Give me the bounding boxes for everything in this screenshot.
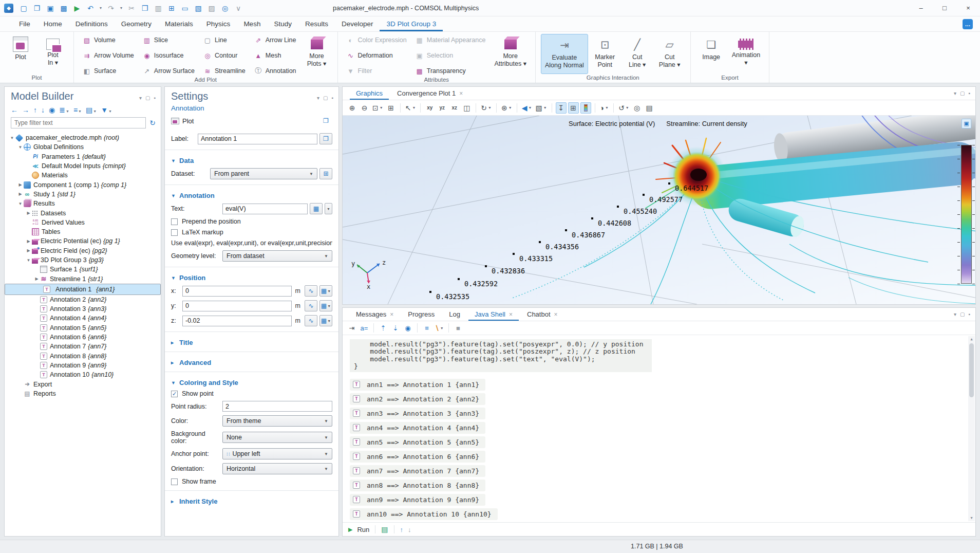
tab-study[interactable]: Study <box>267 16 298 31</box>
show-axis-icon[interactable]: ↧ <box>556 102 567 114</box>
history-down-icon[interactable]: ↓ <box>408 526 411 533</box>
tree-item-study-1[interactable]: ▶∞Study 1{std 1} <box>5 190 161 199</box>
pin-panel-icon[interactable]: ▪ <box>331 95 333 101</box>
float-panel-icon[interactable]: ▢ <box>145 95 150 101</box>
close-icon[interactable]: × <box>509 311 513 318</box>
redo-icon[interactable]: ↷ <box>105 2 117 14</box>
move-to-editor-icon[interactable]: ⇥ <box>347 323 357 334</box>
tree-item-annotation-6[interactable]: TAnnotation 6{ann6} <box>5 333 161 342</box>
z-menu-button[interactable]: ▦▼ <box>319 315 332 326</box>
expander-icon[interactable]: ▶ <box>25 248 32 253</box>
tree-item-annotation-9[interactable]: TAnnotation 9{ann9} <box>5 361 161 370</box>
expander-icon[interactable]: ▼ <box>17 201 24 206</box>
tree-item-tables[interactable]: Tables <box>5 227 161 236</box>
rotate-icon[interactable]: ↻▼ <box>480 102 493 114</box>
show-frame-checkbox[interactable] <box>171 478 178 485</box>
expression-menu-button[interactable]: ▼ <box>325 203 332 214</box>
app-icon[interactable]: ◆ <box>4 4 13 13</box>
tab-chatbot[interactable]: Chatbot× <box>521 308 564 321</box>
cut-line-button[interactable]: ╱Cut Line ▾ <box>622 34 653 74</box>
x-input[interactable] <box>182 286 292 297</box>
tree-item-annotation-7[interactable]: TAnnotation 7{ann7} <box>5 342 161 351</box>
expand-all-icon[interactable]: ≣▼ <box>59 106 69 114</box>
tree-item-derived-values[interactable]: 8.85 e-12Derived Values <box>5 218 161 227</box>
collapse-panel-icon[interactable]: ▾ <box>954 311 956 317</box>
graphics-viewport[interactable]: Surface: Electric potential (V) Streamli… <box>343 116 975 304</box>
tree-item-annotation-4[interactable]: TAnnotation 4{ann4} <box>5 314 161 323</box>
y-menu-button[interactable]: ▦▼ <box>319 300 332 311</box>
console-icon[interactable]: ▤ <box>381 525 388 533</box>
tree-item-annotation-1[interactable]: TAnnotation 1{ann1} <box>5 284 161 295</box>
rename-button[interactable]: ❐ <box>319 133 332 144</box>
tree-item-streamline-1[interactable]: ▶≋Streamline 1{str1} <box>5 274 161 283</box>
chevron-right-icon[interactable]: ▸ <box>171 499 175 504</box>
tab-convergence-plot-1[interactable]: Convergence Plot 1× <box>391 87 469 100</box>
create-dataset-button[interactable]: ⊞ <box>319 168 332 179</box>
view-xy-icon[interactable]: xy <box>424 102 435 114</box>
update-icon[interactable]: ↺▼ <box>617 102 630 114</box>
zoom-in-icon[interactable]: ⊕ <box>347 102 357 114</box>
chevron-down-icon[interactable]: ▼ <box>171 158 175 163</box>
arrow-line-button[interactable]: ⇗Arrow Line <box>251 35 300 45</box>
y-graph-button[interactable]: ∿ <box>305 300 317 311</box>
tab-3d-plot-group-3[interactable]: 3D Plot Group 3 <box>380 16 443 31</box>
next-command-icon[interactable]: ⇣ <box>390 323 401 334</box>
show-point-checkbox[interactable]: ✓ <box>171 391 178 397</box>
annotation-text-input[interactable] <box>222 204 308 214</box>
cut-plane-button[interactable]: ▱Cut Plane ▾ <box>654 34 685 74</box>
dataset-select[interactable]: From parent▼ <box>210 168 317 179</box>
search-icon[interactable]: ◎ <box>219 2 231 14</box>
expander-icon[interactable]: ▶ <box>25 239 32 244</box>
pin-panel-icon[interactable]: ▪ <box>154 95 156 101</box>
volume-button[interactable]: ▧Volume <box>79 35 138 45</box>
model-tree-node-icon[interactable]: ▤▼ <box>86 106 97 114</box>
scroll-up-icon[interactable]: ▲ <box>968 337 975 341</box>
mesh-button[interactable]: ▲Mesh <box>251 50 300 61</box>
tree-item-datasets[interactable]: ▶Datasets <box>5 208 161 217</box>
move-up-icon[interactable]: ↑ <box>33 106 37 114</box>
undo-arrow-icon[interactable]: ▾ <box>98 2 104 14</box>
save-edit-icon[interactable]: ▩ <box>58 2 70 14</box>
snapshot-icon[interactable]: ◎ <box>632 102 643 114</box>
show-icon[interactable]: ◉ <box>49 106 55 114</box>
section-coloring-style[interactable]: Coloring and Style <box>179 379 238 386</box>
tree-item-pacemaker-electrode-mph[interactable]: ▼pacemaker_electrode.mph(root) <box>5 133 161 142</box>
undo-icon[interactable]: ↶ <box>84 2 97 14</box>
minimize-button[interactable]: – <box>909 0 933 16</box>
section-data[interactable]: Data <box>179 157 194 164</box>
delete-icon[interactable]: ▭ <box>179 2 191 14</box>
save-icon[interactable]: ▣ <box>44 2 56 14</box>
expander-icon[interactable]: ▼ <box>25 258 32 263</box>
expander-icon[interactable]: ▶ <box>17 182 24 187</box>
show-output-icon[interactable]: ◉ <box>403 323 413 334</box>
color-select[interactable]: From theme▼ <box>222 415 332 427</box>
plot-button[interactable]: Plot <box>5 34 36 74</box>
tab-messages[interactable]: Messages× <box>350 308 400 321</box>
tab-definitions[interactable]: Definitions <box>69 16 115 31</box>
section-title[interactable]: Title <box>179 339 193 346</box>
expander-icon[interactable]: ▶ <box>17 192 24 196</box>
select-mode-icon[interactable]: ◀▼ <box>521 102 533 114</box>
chevron-right-icon[interactable]: ▸ <box>171 340 175 345</box>
more-attributes-button[interactable]: More Attributes ▾ <box>491 34 530 76</box>
chevron-right-icon[interactable]: ▸ <box>171 360 175 365</box>
run-icon[interactable]: ▶ <box>71 2 83 14</box>
stop-icon[interactable]: ■ <box>453 323 463 334</box>
show-legend-icon[interactable] <box>580 102 591 114</box>
duplicate-icon[interactable]: ⊞ <box>165 2 178 14</box>
evaluate-along-normal-button[interactable]: ⇥Evaluate Along Normal <box>541 34 588 74</box>
shell-body[interactable]: model.result("pg3").feature(tag).set("po… <box>343 335 975 522</box>
tab-file[interactable]: File <box>12 16 37 31</box>
close-button[interactable]: × <box>956 0 980 16</box>
section-inherit-style[interactable]: Inherit Style <box>179 497 217 505</box>
plot-button[interactable]: Plot <box>182 117 194 125</box>
back-icon[interactable]: ← <box>11 106 18 114</box>
shell-scrollbar[interactable]: ▲ ▼ <box>968 336 975 521</box>
collapse-panel-icon[interactable]: ▾ <box>139 95 142 101</box>
perspective-icon[interactable]: ◫ <box>461 102 472 114</box>
pin-panel-icon[interactable]: ▪ <box>968 311 970 317</box>
line-button[interactable]: ▢Line <box>200 35 249 45</box>
tree-filter-input[interactable] <box>11 117 146 128</box>
tab-mesh[interactable]: Mesh <box>237 16 267 31</box>
z-graph-button[interactable]: ∿ <box>305 315 317 326</box>
